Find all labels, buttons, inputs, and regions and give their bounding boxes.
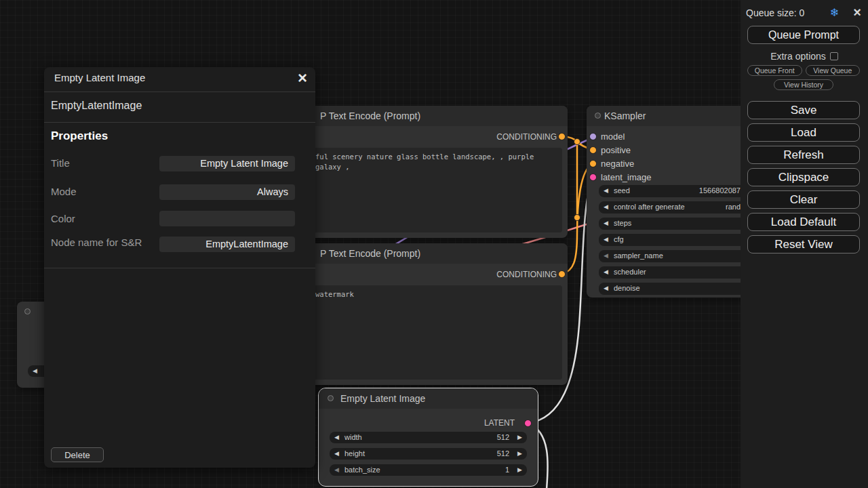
node-title: KSampler	[604, 110, 646, 121]
latent-image-input-label: latent_image	[601, 172, 651, 182]
node-editor-canvas[interactable]: ◀ P Text Encode (Prompt) CONDITIONING fu…	[0, 0, 868, 488]
menu-button-stack: Save Load Refresh Clipspace Clear Load D…	[747, 101, 860, 253]
widget-name: control after generate	[614, 203, 685, 211]
load-default-button[interactable]: Load Default	[747, 213, 860, 231]
node-name-label: Node name for S&R	[51, 237, 142, 248]
view-queue-button[interactable]: View Queue	[806, 65, 861, 76]
queue-size-label: Queue size: 0	[746, 7, 804, 18]
clip-text-encode-node-top[interactable]: P Text Encode (Prompt) CONDITIONING ful …	[281, 106, 568, 238]
increment-arrow-icon[interactable]: ▶	[517, 466, 522, 474]
color-label: Color	[51, 213, 75, 224]
negative-input-label: negative	[601, 159, 634, 169]
widget-name: batch_size	[344, 466, 380, 474]
decrement-arrow-icon[interactable]: ◀	[604, 235, 608, 244]
widget-name: seed	[614, 186, 630, 195]
positive-input-label: positive	[601, 145, 631, 155]
conditioning-output-port[interactable]	[558, 133, 566, 140]
batch-size-widget[interactable]: ◀ batch_size 1 ▶	[330, 464, 527, 476]
conditioning-output-label: CONDITIONING	[496, 270, 557, 279]
mode-select[interactable]: Always	[159, 184, 295, 200]
properties-heading: Properties	[51, 129, 108, 143]
widget-value: 1566802087	[699, 186, 741, 195]
snowflake-icon[interactable]: ❄	[830, 6, 839, 19]
decrement-arrow-icon[interactable]: ◀	[604, 219, 608, 228]
collapse-dot[interactable]	[595, 113, 601, 119]
widget-name: cfg	[614, 235, 624, 243]
widget-name: denoise	[614, 284, 640, 292]
decrement-arrow-icon[interactable]: ◀	[33, 367, 37, 375]
decrement-arrow-icon[interactable]: ◀	[604, 186, 608, 195]
clipspace-button[interactable]: Clipspace	[747, 168, 860, 186]
node-title: Empty Latent Image	[340, 393, 425, 404]
height-widget[interactable]: ◀ height 512 ▶	[330, 448, 527, 460]
widget-value: 512	[497, 433, 509, 441]
latent-output-port[interactable]	[524, 420, 532, 427]
node-header[interactable]: Empty Latent Image	[319, 388, 538, 409]
title-field[interactable]: Empty Latent Image	[159, 156, 295, 171]
width-widget[interactable]: ◀ width 512 ▶	[330, 432, 527, 443]
decrement-arrow-icon[interactable]: ◀	[604, 251, 608, 260]
decrement-arrow-icon[interactable]: ◀	[334, 466, 339, 474]
conditioning-output-port[interactable]	[558, 270, 566, 278]
queue-prompt-button[interactable]: Queue Prompt	[747, 26, 860, 44]
widget-name: width	[344, 433, 362, 441]
decrement-arrow-icon[interactable]: ◀	[334, 433, 339, 442]
reset-view-button[interactable]: Reset View	[747, 235, 860, 253]
extra-options-row: Extra options	[741, 51, 868, 62]
queue-front-button[interactable]: Queue Front	[747, 65, 802, 76]
load-button[interactable]: Load	[747, 123, 860, 142]
node-properties-dialog: Empty Latent Image × EmptyLatentImage Pr…	[44, 67, 315, 468]
decrement-arrow-icon[interactable]: ◀	[334, 449, 339, 458]
divider	[44, 92, 315, 92]
positive-input-port[interactable]	[589, 146, 597, 154]
widget-name: scheduler	[614, 268, 646, 276]
color-field[interactable]	[159, 211, 295, 226]
node-name-field[interactable]: EmptyLatentImage	[159, 237, 295, 252]
prompt-text-widget[interactable]: watermark	[287, 285, 562, 380]
widget-name: steps	[614, 219, 631, 227]
refresh-button[interactable]: Refresh	[747, 146, 860, 164]
model-input-label: model	[601, 131, 625, 142]
node-header[interactable]: P Text Encode (Prompt)	[281, 243, 568, 264]
node-header[interactable]: P Text Encode (Prompt)	[281, 106, 568, 126]
widget-value: 512	[497, 449, 509, 458]
comfyui-menu-panel: Queue size: 0 ❄ × Queue Prompt Extra opt…	[741, 0, 868, 488]
widget-value: 1	[505, 466, 509, 474]
mode-label: Mode	[51, 186, 77, 197]
decrement-arrow-icon[interactable]: ◀	[604, 203, 608, 211]
prompt-text-widget[interactable]: ful scenery nature glass bottle landscap…	[287, 148, 562, 232]
conditioning-output-label: CONDITIONING	[496, 132, 557, 142]
decrement-arrow-icon[interactable]: ◀	[604, 284, 608, 293]
title-label: Title	[51, 157, 70, 169]
widget-name: sampler_name	[614, 251, 663, 260]
node-title: P Text Encode (Prompt)	[320, 248, 420, 259]
model-input-port[interactable]	[589, 133, 597, 140]
empty-latent-image-node[interactable]: Empty Latent Image LATENT ◀ width 512 ▶ …	[319, 388, 538, 486]
collapse-dot[interactable]	[24, 308, 31, 314]
queue-actions-row: Queue Front View Queue	[747, 65, 860, 76]
extra-options-label: Extra options	[770, 51, 826, 62]
node-title: P Text Encode (Prompt)	[320, 110, 420, 121]
close-icon[interactable]: ×	[298, 68, 307, 88]
divider	[44, 122, 315, 123]
view-history-button[interactable]: View History	[774, 79, 833, 90]
decrement-arrow-icon[interactable]: ◀	[604, 268, 608, 277]
latent-image-input-port[interactable]	[589, 174, 597, 181]
extra-options-checkbox[interactable]	[830, 52, 838, 60]
increment-arrow-icon[interactable]: ▶	[517, 449, 522, 458]
divider	[44, 268, 315, 268]
clip-text-encode-node-bottom[interactable]: P Text Encode (Prompt) CONDITIONING wate…	[281, 243, 568, 385]
dialog-title: Empty Latent Image	[54, 72, 145, 83]
clear-button[interactable]: Clear	[747, 190, 860, 209]
increment-arrow-icon[interactable]: ▶	[517, 433, 522, 442]
reroute-dot[interactable]	[574, 215, 580, 221]
widget-name: height	[344, 449, 365, 458]
collapse-dot[interactable]	[328, 395, 334, 401]
close-icon[interactable]: ×	[853, 5, 861, 20]
node-type-label: EmptyLatentImage	[51, 100, 142, 112]
save-button[interactable]: Save	[747, 101, 860, 119]
latent-output-label: LATENT	[484, 418, 515, 428]
reroute-dot[interactable]	[574, 139, 580, 145]
negative-input-port[interactable]	[589, 160, 597, 167]
delete-button[interactable]: Delete	[51, 447, 104, 462]
